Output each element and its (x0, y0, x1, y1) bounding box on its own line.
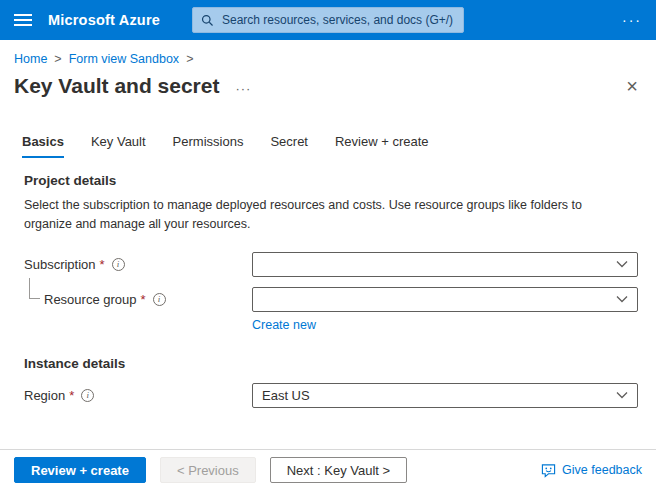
resource-group-row: Resource group * i (24, 287, 638, 312)
previous-button[interactable]: < Previous (160, 457, 256, 483)
search-icon (201, 14, 214, 27)
breadcrumb-item-form-view-sandbox[interactable]: Form view Sandbox (69, 52, 179, 66)
resource-group-dropdown[interactable] (252, 287, 638, 312)
title-more-icon[interactable]: ··· (235, 81, 251, 96)
subscription-label: Subscription * i (24, 257, 252, 272)
tab-permissions[interactable]: Permissions (173, 134, 244, 158)
tab-bar: Basics Key Vault Permissions Secret Revi… (22, 134, 656, 158)
tab-review-create[interactable]: Review + create (335, 134, 429, 158)
give-feedback-link[interactable]: Give feedback (541, 463, 642, 478)
resource-group-label: Resource group * i (24, 292, 252, 307)
breadcrumb: Home>Form view Sandbox> (0, 40, 656, 66)
info-icon[interactable]: i (112, 258, 125, 271)
form-content: Project details Select the subscription … (0, 173, 656, 408)
feedback-icon (541, 463, 556, 478)
page-title: Key Vault and secret (14, 74, 219, 98)
give-feedback-label: Give feedback (562, 463, 642, 477)
region-row: Region * i East US (24, 383, 638, 408)
section-heading-instance-details: Instance details (24, 356, 638, 371)
tab-secret[interactable]: Secret (270, 134, 308, 158)
topbar-more-icon[interactable]: ··· (622, 12, 642, 28)
tab-key-vault[interactable]: Key Vault (91, 134, 146, 158)
hamburger-menu-icon[interactable] (14, 14, 32, 26)
region-dropdown[interactable]: East US (252, 383, 638, 408)
create-new-link[interactable]: Create new (252, 318, 316, 332)
review-create-button[interactable]: Review + create (14, 457, 146, 483)
breadcrumb-separator: > (54, 52, 61, 66)
breadcrumb-separator: > (186, 52, 193, 66)
required-mark: * (100, 257, 105, 272)
azure-brand[interactable]: Microsoft Azure (48, 12, 160, 28)
close-icon[interactable]: × (626, 76, 638, 96)
subscription-row: Subscription * i (24, 252, 638, 277)
project-details-description: Select the subscription to manage deploy… (24, 196, 632, 234)
chevron-down-icon (616, 260, 628, 268)
create-new-row: Create new (252, 318, 638, 332)
topbar: Microsoft Azure ··· (0, 0, 656, 40)
chevron-down-icon (616, 391, 628, 399)
subscription-dropdown[interactable] (252, 252, 638, 277)
resource-group-connector (29, 278, 40, 299)
footer-bar: Review + create < Previous Next : Key Va… (0, 449, 656, 490)
next-button[interactable]: Next : Key Vault > (270, 457, 407, 483)
required-mark: * (69, 388, 74, 403)
required-mark: * (141, 292, 146, 307)
section-heading-project-details: Project details (24, 173, 638, 188)
azure-portal-window: Microsoft Azure ··· Home>Form view Sandb… (0, 0, 656, 490)
global-search[interactable] (192, 7, 464, 33)
info-icon[interactable]: i (153, 293, 166, 306)
region-label: Region * i (24, 388, 252, 403)
region-value: East US (262, 388, 310, 403)
title-row: Key Vault and secret ··· × (0, 66, 656, 98)
tab-basics[interactable]: Basics (22, 134, 64, 158)
search-input[interactable] (220, 12, 455, 28)
info-icon[interactable]: i (81, 389, 94, 402)
breadcrumb-item-home[interactable]: Home (14, 52, 47, 66)
chevron-down-icon (616, 295, 628, 303)
